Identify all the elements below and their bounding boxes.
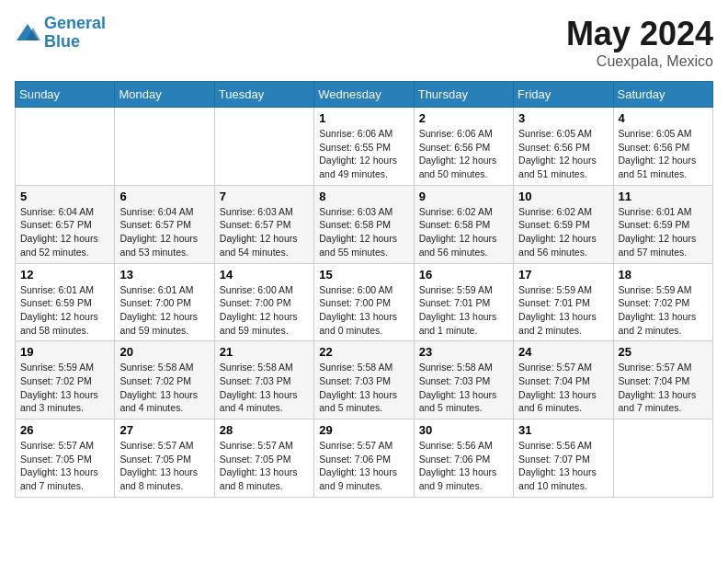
day-number: 18 — [619, 268, 708, 282]
day-info: Sunrise: 5:57 AM Sunset: 7:05 PM Dayligh… — [119, 439, 209, 493]
day-info: Sunrise: 6:00 AM Sunset: 7:00 PM Dayligh… — [220, 283, 309, 338]
calendar-week-row: 26Sunrise: 5:57 AM Sunset: 7:05 PM Dayli… — [16, 419, 713, 498]
day-info: Sunrise: 6:01 AM Sunset: 7:00 PM Dayligh… — [119, 283, 209, 338]
day-info: Sunrise: 5:57 AM Sunset: 7:04 PM Dayligh… — [518, 361, 608, 415]
day-info: Sunrise: 6:05 AM Sunset: 6:56 PM Dayligh… — [619, 127, 708, 181]
calendar-cell: 26Sunrise: 5:57 AM Sunset: 7:05 PM Dayli… — [16, 419, 115, 498]
day-number: 12 — [20, 268, 109, 282]
calendar-cell: 7Sunrise: 6:03 AM Sunset: 6:57 PM Daylig… — [214, 185, 313, 263]
calendar-cell: 2Sunrise: 6:06 AM Sunset: 6:56 PM Daylig… — [414, 108, 513, 186]
weekday-header: Thursday — [414, 82, 513, 108]
day-info: Sunrise: 6:02 AM Sunset: 6:58 PM Dayligh… — [419, 205, 508, 259]
day-info: Sunrise: 5:58 AM Sunset: 7:03 PM Dayligh… — [220, 361, 309, 415]
calendar-cell — [613, 419, 712, 498]
calendar-cell: 21Sunrise: 5:58 AM Sunset: 7:03 PM Dayli… — [214, 341, 313, 419]
weekday-header-row: SundayMondayTuesdayWednesdayThursdayFrid… — [16, 82, 713, 108]
day-number: 4 — [619, 111, 708, 125]
calendar-cell: 15Sunrise: 6:00 AM Sunset: 7:00 PM Dayli… — [314, 263, 414, 341]
day-number: 2 — [419, 111, 508, 125]
day-number: 25 — [619, 345, 708, 359]
calendar-cell: 1Sunrise: 6:06 AM Sunset: 6:55 PM Daylig… — [314, 108, 414, 186]
day-info: Sunrise: 6:02 AM Sunset: 6:59 PM Dayligh… — [518, 205, 608, 259]
calendar-cell: 11Sunrise: 6:01 AM Sunset: 6:59 PM Dayli… — [613, 185, 712, 263]
calendar-cell: 25Sunrise: 5:57 AM Sunset: 7:04 PM Dayli… — [613, 341, 712, 419]
calendar-cell: 6Sunrise: 6:04 AM Sunset: 6:57 PM Daylig… — [115, 185, 214, 263]
day-info: Sunrise: 5:57 AM Sunset: 7:05 PM Dayligh… — [220, 439, 309, 493]
day-info: Sunrise: 6:01 AM Sunset: 6:59 PM Dayligh… — [20, 283, 109, 338]
day-info: Sunrise: 6:03 AM Sunset: 6:58 PM Dayligh… — [319, 205, 408, 259]
day-info: Sunrise: 6:00 AM Sunset: 7:00 PM Dayligh… — [319, 283, 408, 338]
day-info: Sunrise: 6:06 AM Sunset: 6:55 PM Dayligh… — [319, 127, 408, 181]
calendar-cell: 4Sunrise: 6:05 AM Sunset: 6:56 PM Daylig… — [613, 108, 712, 186]
day-number: 16 — [419, 268, 508, 282]
day-info: Sunrise: 5:58 AM Sunset: 7:03 PM Dayligh… — [419, 361, 508, 415]
calendar-cell: 24Sunrise: 5:57 AM Sunset: 7:04 PM Dayli… — [514, 341, 613, 419]
day-info: Sunrise: 5:59 AM Sunset: 7:02 PM Dayligh… — [20, 361, 109, 415]
calendar-cell: 18Sunrise: 5:59 AM Sunset: 7:02 PM Dayli… — [613, 263, 712, 341]
day-info: Sunrise: 5:58 AM Sunset: 7:02 PM Dayligh… — [119, 361, 209, 415]
day-number: 5 — [20, 190, 109, 203]
day-info: Sunrise: 5:59 AM Sunset: 7:01 PM Dayligh… — [419, 283, 508, 338]
day-number: 27 — [119, 423, 209, 437]
day-number: 6 — [119, 190, 209, 203]
day-number: 10 — [518, 190, 608, 203]
calendar-week-row: 1Sunrise: 6:06 AM Sunset: 6:55 PM Daylig… — [16, 108, 713, 186]
calendar-cell: 13Sunrise: 6:01 AM Sunset: 7:00 PM Dayli… — [115, 263, 214, 341]
day-number: 14 — [220, 268, 309, 282]
calendar-cell: 30Sunrise: 5:56 AM Sunset: 7:06 PM Dayli… — [414, 419, 513, 498]
day-info: Sunrise: 5:56 AM Sunset: 7:06 PM Dayligh… — [419, 439, 508, 493]
logo-text: General Blue — [44, 15, 106, 52]
day-info: Sunrise: 6:06 AM Sunset: 6:56 PM Dayligh… — [419, 127, 508, 181]
calendar-week-row: 5Sunrise: 6:04 AM Sunset: 6:57 PM Daylig… — [16, 185, 713, 263]
day-number: 11 — [619, 190, 708, 203]
calendar-cell: 8Sunrise: 6:03 AM Sunset: 6:58 PM Daylig… — [314, 185, 414, 263]
weekday-header: Saturday — [613, 82, 712, 108]
day-number: 13 — [119, 268, 209, 282]
calendar-table: SundayMondayTuesdayWednesdayThursdayFrid… — [15, 81, 713, 498]
day-number: 7 — [220, 190, 309, 203]
day-number: 3 — [518, 111, 608, 125]
day-info: Sunrise: 6:04 AM Sunset: 6:57 PM Dayligh… — [119, 205, 209, 259]
day-info: Sunrise: 6:05 AM Sunset: 6:56 PM Dayligh… — [518, 127, 608, 181]
day-number: 26 — [20, 423, 109, 437]
day-number: 29 — [319, 423, 408, 437]
day-number: 8 — [319, 190, 408, 203]
weekday-header: Friday — [514, 82, 613, 108]
day-info: Sunrise: 5:57 AM Sunset: 7:05 PM Dayligh… — [20, 439, 109, 493]
logo-icon — [15, 22, 40, 44]
calendar-cell: 12Sunrise: 6:01 AM Sunset: 6:59 PM Dayli… — [16, 263, 115, 341]
calendar-cell: 19Sunrise: 5:59 AM Sunset: 7:02 PM Dayli… — [16, 341, 115, 419]
day-number: 24 — [518, 345, 608, 359]
day-number: 20 — [119, 345, 209, 359]
location: Cuexpala, Mexico — [566, 53, 713, 70]
weekday-header: Sunday — [16, 82, 115, 108]
calendar-cell — [214, 108, 313, 186]
day-number: 22 — [319, 345, 408, 359]
day-number: 15 — [319, 268, 408, 282]
calendar-cell: 23Sunrise: 5:58 AM Sunset: 7:03 PM Dayli… — [414, 341, 513, 419]
calendar-cell: 20Sunrise: 5:58 AM Sunset: 7:02 PM Dayli… — [115, 341, 214, 419]
day-info: Sunrise: 5:56 AM Sunset: 7:07 PM Dayligh… — [518, 439, 608, 493]
calendar-cell: 16Sunrise: 5:59 AM Sunset: 7:01 PM Dayli… — [414, 263, 513, 341]
day-number: 30 — [419, 423, 508, 437]
weekday-header: Wednesday — [314, 82, 414, 108]
month-year: May 2024 — [566, 15, 713, 53]
day-info: Sunrise: 6:03 AM Sunset: 6:57 PM Dayligh… — [220, 205, 309, 259]
day-number: 17 — [518, 268, 608, 282]
calendar-cell: 28Sunrise: 5:57 AM Sunset: 7:05 PM Dayli… — [214, 419, 313, 498]
calendar-week-row: 12Sunrise: 6:01 AM Sunset: 6:59 PM Dayli… — [16, 263, 713, 341]
day-number: 1 — [319, 111, 408, 125]
day-number: 31 — [518, 423, 608, 437]
day-info: Sunrise: 5:59 AM Sunset: 7:01 PM Dayligh… — [518, 283, 608, 338]
calendar-cell: 3Sunrise: 6:05 AM Sunset: 6:56 PM Daylig… — [514, 108, 613, 186]
calendar-cell — [115, 108, 214, 186]
weekday-header: Tuesday — [214, 82, 313, 108]
day-info: Sunrise: 5:57 AM Sunset: 7:06 PM Dayligh… — [319, 439, 408, 493]
logo: General Blue — [15, 15, 106, 52]
day-info: Sunrise: 6:01 AM Sunset: 6:59 PM Dayligh… — [619, 205, 708, 259]
day-number: 23 — [419, 345, 508, 359]
calendar-cell: 22Sunrise: 5:58 AM Sunset: 7:03 PM Dayli… — [314, 341, 414, 419]
calendar-cell: 14Sunrise: 6:00 AM Sunset: 7:00 PM Dayli… — [214, 263, 313, 341]
day-number: 19 — [20, 345, 109, 359]
weekday-header: Monday — [115, 82, 214, 108]
